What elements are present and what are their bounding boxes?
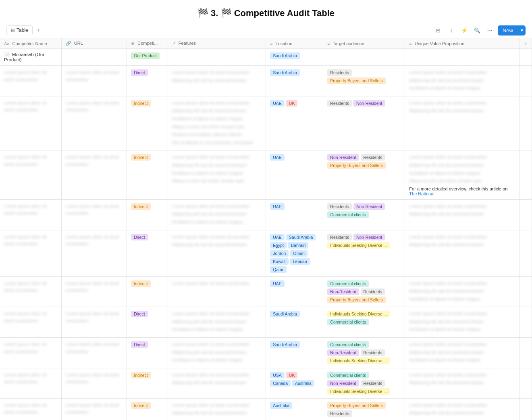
cell-target[interactable]: Commercial clientsNon-ResidentResidentsI… — [323, 368, 405, 398]
lightning-button[interactable]: ⚡ — [459, 25, 470, 36]
cell-features[interactable]: Lorem ipsum dolor sit amet consecteturAd… — [168, 96, 266, 150]
cell-name[interactable]: Lorem ipsum dolor sit amet consectetur — [0, 199, 61, 230]
cell-uvp[interactable]: Lorem ipsum dolor sit amet consecteturAd… — [405, 307, 520, 338]
cell-name[interactable]: Lorem ipsum dolor sit amet consectetur — [0, 230, 61, 276]
col-header-features[interactable]: ↗ Features — [168, 38, 266, 49]
cell-target[interactable]: ResidentsProperty Buyers and Sellers — [323, 66, 405, 96]
cell-competition[interactable]: Indirect — [127, 150, 168, 199]
sort-button[interactable]: ↕ — [446, 25, 457, 36]
cell-location[interactable]: Saudi Arabia — [266, 338, 323, 368]
cell-name[interactable]: Lorem ipsum dolor sit amet consectetur — [0, 398, 61, 420]
cell-url[interactable]: Lorem ipsum dolor sit amet consectetur — [61, 96, 127, 150]
cell-url[interactable]: Lorem ipsum dolor sit amet consectetur — [61, 307, 127, 338]
cell-name[interactable]: Lorem ipsum dolor sit amet consectetur — [0, 66, 61, 96]
cell-url[interactable]: Lorem ipsum dolor sit amet consectetur — [61, 398, 127, 420]
cell-features[interactable]: Lorem ipsum dolor sit amet consectetur — [168, 276, 266, 307]
cell-url[interactable]: Lorem ipsum dolor sit amet consectetur — [61, 66, 127, 96]
cell-uvp[interactable]: Lorem ipsum dolor sit amet consecteturAd… — [405, 276, 520, 307]
cell-uvp[interactable]: Lorem ipsum dolor sit amet consecteturAd… — [405, 199, 520, 230]
cell-competition[interactable]: Indirect — [127, 398, 168, 420]
new-button-dropdown[interactable]: ▾ — [518, 25, 526, 36]
col-header-competition[interactable]: ⊕ Competi... — [127, 38, 168, 49]
cell-competition[interactable]: Indirect — [127, 276, 168, 307]
cell-target[interactable]: ResidentsNon-ResidentIndividuals Seeking… — [323, 230, 405, 276]
cell-features[interactable]: Lorem ipsum dolor sit amet consecteturAd… — [168, 307, 266, 338]
cell-uvp[interactable]: Lorem ipsum dolor sit amet consecteturAd… — [405, 368, 520, 398]
cell-location[interactable]: UAE — [266, 276, 323, 307]
cell-location[interactable]: Saudi Arabia — [266, 49, 323, 66]
cell-competition[interactable]: Indirect — [127, 199, 168, 230]
cell-competition[interactable]: Direct — [127, 338, 168, 368]
cell-target[interactable]: Commercial clientsNon-ResidentResidentsI… — [323, 338, 405, 368]
cell-url[interactable]: Lorem ipsum dolor sit amet consectetur — [61, 230, 127, 276]
cell-location[interactable]: UAESaudi ArabiaEgyptBahrainJordonOmanKuw… — [266, 230, 323, 276]
cell-uvp[interactable]: Lorem ipsum dolor sit amet consecteturAd… — [405, 230, 520, 276]
cell-location[interactable]: Australia — [266, 398, 323, 420]
filter-button[interactable]: ⊟ — [433, 25, 444, 36]
target-tags: Property Buyers and SellersResidents — [327, 402, 401, 417]
col-header-uvp[interactable]: ≡ Unique Value Proposition — [405, 38, 520, 49]
cell-location[interactable]: USAUKCanadaAustralia — [266, 368, 323, 398]
cell-features[interactable] — [168, 49, 266, 66]
badge-property-buyers-and-sellers: Property Buyers and Sellers — [327, 162, 386, 169]
cell-url[interactable]: Lorem ipsum dolor sit amet consectetur — [61, 150, 127, 199]
add-view-button[interactable]: + — [34, 26, 43, 35]
table-tab[interactable]: ⊞ Table — [6, 25, 33, 35]
cell-url[interactable]: Lorem ipsum dolor sit amet consectetur — [61, 338, 127, 368]
cell-name[interactable]: Lorem ipsum dolor sit amet consectetur — [0, 307, 61, 338]
cell-features[interactable]: Lorem ipsum dolor sit amet consecteturAd… — [168, 66, 266, 96]
cell-features[interactable]: Lorem ipsum dolor sit amet consecteturAd… — [168, 199, 266, 230]
cell-competition[interactable]: Direct — [127, 307, 168, 338]
cell-name[interactable]: Lorem ipsum dolor sit amet consectetur — [0, 150, 61, 199]
col-header-target[interactable]: ≡ Target audience — [323, 38, 405, 49]
cell-competition[interactable]: Our Product — [127, 49, 168, 66]
cell-name[interactable]: Lorem ipsum dolor sit amet consectetur — [0, 96, 61, 150]
new-button[interactable]: New — [498, 25, 518, 36]
cell-url[interactable]: Lorem ipsum dolor sit amet consectetur — [61, 368, 127, 398]
col-header-name[interactable]: Aa Competitor Name — [0, 38, 61, 49]
cell-competition[interactable]: Indirect — [127, 96, 168, 150]
cell-location[interactable]: UAEUK — [266, 96, 323, 150]
cell-target[interactable]: Individuals Seeking Diverse ...Commercia… — [323, 307, 405, 338]
cell-uvp[interactable]: Lorem ipsum dolor sit amet consecteturAd… — [405, 150, 520, 199]
col-header-location[interactable]: ≡ Location — [266, 38, 323, 49]
cell-location[interactable]: Saudi Arabia — [266, 307, 323, 338]
cell-name[interactable]: Lorem ipsum dolor sit amet consectetur — [0, 276, 61, 307]
cell-uvp[interactable]: Lorem ipsum dolor sit amet consecteturAd… — [405, 338, 520, 368]
cell-target[interactable]: ResidentsNon-Resident — [323, 96, 405, 150]
cell-features[interactable]: Lorem ipsum dolor sit amet consecteturAd… — [168, 230, 266, 276]
col-header-url[interactable]: 🔗 URL — [61, 38, 127, 49]
more-options-button[interactable]: ··· — [485, 25, 495, 36]
cell-location[interactable]: Saudi Arabia — [266, 66, 323, 96]
badge-usa: USA — [270, 372, 285, 378]
cell-target[interactable]: Non-ResidentResidentsProperty Buyers and… — [323, 150, 405, 199]
cell-name[interactable]: 📄 Munaaseb (Our Product) — [0, 49, 61, 66]
cell-url[interactable]: Lorem ipsum dolor sit amet consectetur — [61, 276, 127, 307]
cell-uvp[interactable] — [405, 49, 520, 66]
search-button[interactable]: 🔍 — [472, 25, 482, 36]
col-header-add[interactable]: + — [520, 38, 532, 49]
cell-location[interactable]: UAE — [266, 199, 323, 230]
cell-target[interactable]: Commercial clientsNon-ResidentResidentsP… — [323, 276, 405, 307]
cell-location[interactable]: UAE — [266, 150, 323, 199]
cell-url[interactable] — [61, 49, 127, 66]
cell-features[interactable]: Lorem ipsum dolor sit amet consecteturAd… — [168, 338, 266, 368]
badge-residents: Residents — [361, 288, 385, 295]
cell-features[interactable]: Lorem ipsum dolor sit amet consecteturAd… — [168, 368, 266, 398]
cell-name[interactable]: Lorem ipsum dolor sit amet consectetur — [0, 338, 61, 368]
uvp-link[interactable]: The National — [409, 191, 434, 196]
cell-competition[interactable]: Direct — [127, 66, 168, 96]
cell-features[interactable]: Lorem ipsum dolor sit amet consecteturAd… — [168, 150, 266, 199]
cell-uvp[interactable]: Lorem ipsum dolor sit amet consecteturAd… — [405, 96, 520, 150]
cell-competition[interactable]: Direct — [127, 230, 168, 276]
cell-uvp[interactable]: Lorem ipsum dolor sit amet consecteturAd… — [405, 66, 520, 96]
cell-url[interactable]: Lorem ipsum dolor sit amet consectetur — [61, 199, 127, 230]
cell-target[interactable]: Property Buyers and SellersResidents — [323, 398, 405, 420]
cell-target[interactable] — [323, 49, 405, 66]
target-tags: Commercial clientsNon-ResidentResidentsI… — [327, 341, 401, 364]
cell-features[interactable]: Lorem ipsum dolor sit amet consecteturAd… — [168, 398, 266, 420]
cell-name[interactable]: Lorem ipsum dolor sit amet consectetur — [0, 368, 61, 398]
cell-uvp[interactable]: Lorem ipsum dolor sit amet consecteturAd… — [405, 398, 520, 420]
cell-competition[interactable]: Indirect — [127, 368, 168, 398]
cell-target[interactable]: ResidentsNon-ResidentCommercial clients — [323, 199, 405, 230]
